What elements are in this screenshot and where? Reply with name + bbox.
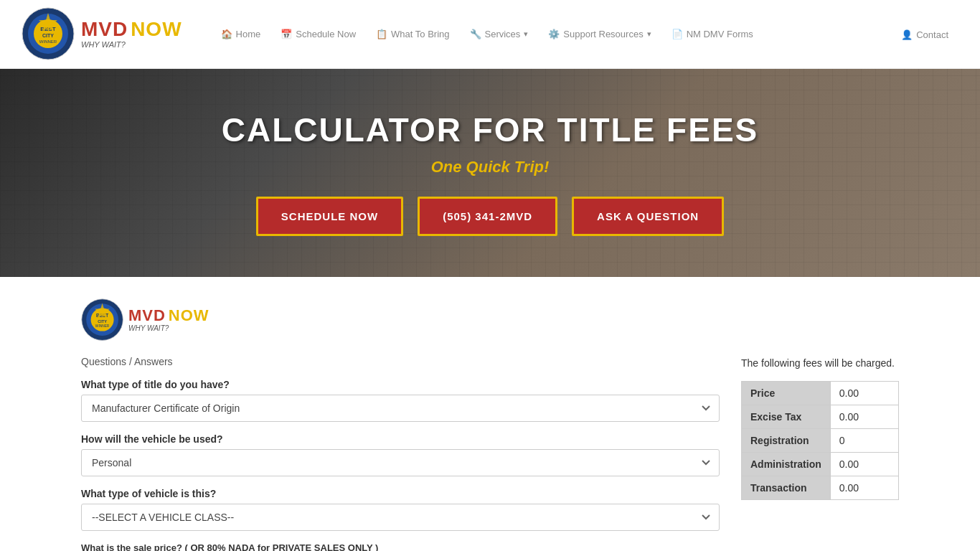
vehicle-usage-label: How will the vehicle be used?	[81, 433, 720, 445]
fee-label-registration: Registration	[742, 429, 831, 453]
nav-nm-dmv-forms[interactable]: 📄 NM DMV Forms	[661, 23, 763, 45]
fees-column: The following fees will be charged. Pric…	[741, 356, 899, 500]
svg-text:WINNER: WINNER	[39, 39, 57, 44]
fee-row-excise-tax: Excise Tax 0.00	[742, 405, 899, 429]
fee-value-administration: 0.00	[830, 453, 898, 476]
nav-what-to-bring[interactable]: 📋 What To Bring	[366, 23, 459, 45]
nav-contact[interactable]: 👤 Contact	[891, 26, 958, 42]
fee-row-registration: Registration 0	[742, 429, 899, 453]
fee-label-excise-tax: Excise Tax	[742, 405, 831, 429]
hero-buttons: SCHEDULE NOW (505) 341-2MVD ASK A QUESTI…	[222, 197, 759, 236]
nav-schedule-now[interactable]: 📅 Schedule Now	[270, 23, 366, 45]
form-column: Questions / Answers What type of title d…	[81, 356, 720, 551]
logo[interactable]: BEST CITY WINNER MVD NOW WHY WAIT?	[22, 7, 182, 61]
hero-section: CALCULATOR FOR TITLE FEES One Quick Trip…	[0, 69, 980, 277]
title-type-group: What type of title do you have? Manufact…	[81, 379, 720, 422]
logo-text: MVD NOW WHY WAIT?	[81, 19, 182, 49]
fee-value-price: 0.00	[830, 382, 898, 405]
fee-row-price: Price 0.00	[742, 382, 899, 405]
content-logo-text: MVD NOW WHY WAIT?	[128, 308, 209, 332]
hero-title: CALCULATOR FOR TITLE FEES	[222, 110, 759, 149]
nav-right: 👤 Contact	[891, 26, 958, 42]
sale-price-label: What is the sale price? ( OR 80% NADA fo…	[81, 542, 720, 551]
header: BEST CITY WINNER MVD NOW WHY WAIT? 🏠 Hom…	[0, 0, 980, 69]
sale-price-group: What is the sale price? ( OR 80% NADA fo…	[81, 542, 720, 551]
logo-icon: BEST CITY WINNER	[22, 7, 75, 61]
nav-support-resources[interactable]: ⚙️ Support Resources	[538, 23, 661, 45]
phone-button[interactable]: (505) 341-2MVD	[418, 197, 557, 236]
vehicle-type-group: What type of vehicle is this? --SELECT A…	[81, 488, 720, 531]
fee-label-price: Price	[742, 382, 831, 405]
fee-value-excise-tax: 0.00	[830, 405, 898, 429]
fee-label-transaction: Transaction	[742, 476, 831, 500]
main-content: BEST CITY WINNER MVD NOW WHY WAIT? Quest…	[60, 277, 920, 551]
svg-text:CITY: CITY	[98, 319, 107, 324]
fee-value-registration: 0	[830, 429, 898, 453]
vehicle-type-select[interactable]: --SELECT A VEHICLE CLASS-- Automobile Mo…	[81, 504, 720, 531]
nav-services[interactable]: 🔧 Services	[460, 23, 539, 45]
nav-home[interactable]: 🏠 Home	[211, 23, 271, 45]
hero-content: CALCULATOR FOR TITLE FEES One Quick Trip…	[207, 96, 773, 250]
person-icon: 👤	[901, 29, 913, 39]
vehicle-usage-group: How will the vehicle be used? Personal C…	[81, 433, 720, 476]
fee-label-administration: Administration	[742, 453, 831, 476]
title-type-label: What type of title do you have?	[81, 379, 720, 390]
calendar-icon: 📅	[281, 29, 292, 39]
schedule-now-button[interactable]: SCHEDULE NOW	[256, 197, 403, 236]
content-logo-icon: BEST CITY WINNER	[81, 298, 124, 342]
two-column-layout: Questions / Answers What type of title d…	[81, 356, 899, 551]
svg-text:CITY: CITY	[42, 33, 54, 38]
fees-intro: The following fees will be charged.	[741, 356, 899, 371]
logo-mvd-now: MVD NOW	[81, 19, 182, 39]
clipboard-icon: 📋	[376, 29, 387, 39]
fees-table: Price 0.00 Excise Tax 0.00 Registration …	[741, 381, 899, 500]
document-icon: 📄	[672, 29, 683, 39]
qa-title: Questions / Answers	[81, 356, 720, 367]
fee-value-transaction: 0.00	[830, 476, 898, 500]
title-type-select[interactable]: Manufacturer Certificate of Origin Out o…	[81, 395, 720, 422]
vehicle-usage-select[interactable]: Personal Commercial	[81, 449, 720, 476]
svg-text:WINNER: WINNER	[95, 324, 110, 328]
fee-row-administration: Administration 0.00	[742, 453, 899, 476]
wrench-icon: 🔧	[470, 29, 481, 39]
vehicle-type-label: What type of vehicle is this?	[81, 488, 720, 499]
home-icon: 🏠	[221, 29, 232, 39]
main-nav: 🏠 Home 📅 Schedule Now 📋 What To Bring 🔧 …	[211, 23, 958, 45]
fee-row-transaction: Transaction 0.00	[742, 476, 899, 500]
gear-icon: ⚙️	[548, 29, 560, 39]
ask-question-button[interactable]: ASK A QUESTION	[572, 197, 724, 236]
hero-subtitle: One Quick Trip!	[222, 158, 759, 176]
content-logo: BEST CITY WINNER MVD NOW WHY WAIT?	[81, 298, 899, 342]
